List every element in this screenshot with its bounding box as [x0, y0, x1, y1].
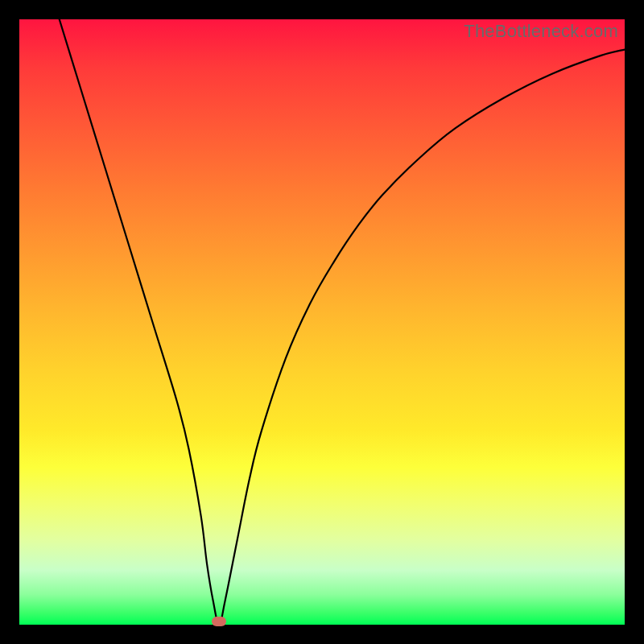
plot-area: TheBottleneck.com [19, 19, 625, 625]
chart-container: TheBottleneck.com [0, 0, 644, 644]
minimum-marker [212, 617, 226, 626]
bottleneck-curve [19, 19, 625, 625]
watermark-text: TheBottleneck.com [464, 21, 618, 42]
